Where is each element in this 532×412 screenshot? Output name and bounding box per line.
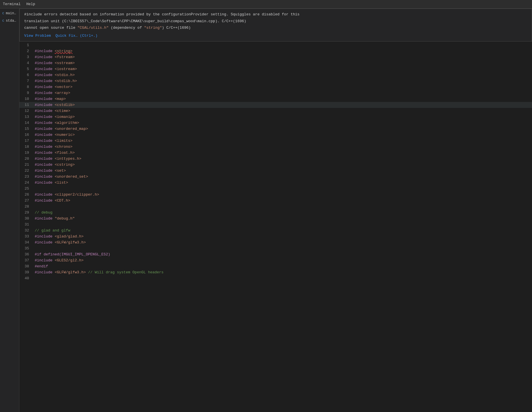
include-path-token: <cstdlib> [55, 103, 75, 107]
code-line-5: 5#include <iostream> [19, 66, 532, 72]
line-content-25 [34, 186, 532, 192]
line-content-31 [34, 222, 532, 227]
line-content-33: #include <glad/glad.h> [34, 233, 532, 239]
code-line-29: 29// debug [19, 210, 532, 216]
cpp-file-icon: C [2, 12, 4, 15]
line-content-12: #include <ctime> [34, 108, 532, 114]
quick-fix-link[interactable]: Quick Fix… (Ctrl+.) [56, 33, 98, 39]
code-line-39: 39#include <GLFW/glfw3.h> // Will drag s… [19, 269, 532, 275]
line-number-24: 24 [19, 180, 34, 186]
line-number-23: 23 [19, 174, 34, 180]
preprocessor-token: #include [35, 121, 52, 125]
sidebar-file-stdaf[interactable]: C stdaf... [0, 18, 19, 24]
include-path-token: <stdio.h> [55, 73, 75, 77]
code-line-32: 32// glad and glfw [19, 227, 532, 233]
error-file-path: "CGAL/utils.h" [77, 26, 108, 30]
line-number-10: 10 [19, 96, 34, 102]
code-editor[interactable]: 1 2#include <string>3#include <fstream>4… [19, 42, 532, 412]
line-number-15: 15 [19, 126, 34, 132]
error-tooltip-line1: #include errors detected based on inform… [24, 12, 527, 17]
sidebar: C main.c C stdaf... [0, 9, 19, 412]
line-content-20: #include <inttypes.h> [34, 156, 532, 162]
code-line-16: 16#include <numeric> [19, 132, 532, 138]
c-file-icon: C [2, 19, 4, 22]
include-path-token: <stdlib.h> [55, 79, 77, 83]
include-path-token: <map> [55, 97, 66, 101]
code-line-14: 14#include <algorithm> [19, 120, 532, 126]
line-number-27: 27 [19, 198, 34, 204]
preprocessor-token: #include [35, 175, 52, 179]
line-number-11: 11 [19, 102, 34, 108]
include-path-token: <float.h> [55, 151, 75, 155]
preprocessor-token: #include [35, 163, 52, 167]
line-content-32: // glad and glfw [34, 227, 532, 233]
sidebar-file-main-cpp[interactable]: C main.c [0, 10, 19, 17]
line-content-4: #include <sstream> [34, 60, 532, 66]
code-lines: 1 2#include <string>3#include <fstream>4… [19, 42, 532, 281]
line-number-40: 40 [19, 275, 34, 281]
line-content-39: #include <GLFW/glfw3.h> // Will drag sys… [34, 269, 532, 275]
include-path-token: <CDT.h> [55, 198, 70, 203]
code-line-36: 36#if defined(IMGUI_IMPL_OPENGL_ES2) [19, 251, 532, 257]
line-number-34: 34 [19, 239, 34, 245]
code-line-19: 19#include <float.h> [19, 150, 532, 156]
top-menubar: Terminal Help [0, 0, 532, 9]
code-line-31: 31 [19, 222, 532, 227]
line-number-31: 31 [19, 222, 34, 227]
line-number-7: 7 [19, 78, 34, 84]
code-line-2: 2#include <string> [19, 48, 532, 54]
line-number-22: 22 [19, 168, 34, 174]
preprocessor-token: #include [35, 103, 52, 107]
line-number-25: 25 [19, 186, 34, 192]
code-line-10: 10#include <map> [19, 96, 532, 102]
menu-help[interactable]: Help [26, 2, 35, 6]
line-content-2: #include <string> [34, 48, 532, 54]
preprocessor-token: #include [35, 133, 52, 137]
line-number-35: 35 [19, 245, 34, 251]
preprocessor-token: #include [35, 61, 52, 65]
preprocessor-token: #include [35, 91, 52, 95]
line-number-36: 36 [19, 251, 34, 257]
code-line-35: 35 [19, 245, 532, 251]
line-number-1: 1 [19, 42, 34, 48]
line-number-28: 28 [19, 204, 34, 210]
line-content-1 [34, 42, 532, 48]
include-path-token: <string> [55, 49, 72, 53]
include-path-token: <vector> [55, 85, 72, 89]
line-content-34: #include <GLFW/glfw3.h> [34, 239, 532, 245]
line-content-38: #endif [34, 263, 532, 269]
code-line-7: 7#include <stdlib.h> [19, 78, 532, 84]
code-line-8: 8#include <vector> [19, 84, 532, 90]
include-path-token: <chrono> [55, 145, 72, 149]
line-content-24: #include <list> [34, 180, 532, 186]
code-line-34: 34#include <GLFW/glfw3.h> [19, 239, 532, 245]
include-path-token: <inttypes.h> [55, 157, 81, 161]
preprocessor-token: #include [35, 145, 52, 149]
preprocessor-token: #include [35, 258, 52, 263]
error-dep-string: "string" [144, 26, 162, 30]
include-path-token: <iostream> [55, 67, 77, 71]
code-line-38: 38#endif [19, 263, 532, 269]
include-path-token: <unordered_set> [55, 175, 88, 179]
line-number-9: 9 [19, 90, 34, 96]
line-content-13: #include <iomanip> [34, 114, 532, 120]
line-number-8: 8 [19, 84, 34, 90]
line-number-20: 20 [19, 156, 34, 162]
include-path-token: <GLES2/gl2.h> [55, 258, 83, 263]
line-content-16: #include <numeric> [34, 132, 532, 138]
line-number-37: 37 [19, 257, 34, 263]
line-content-37: #include <GLES2/gl2.h> [34, 257, 532, 263]
preprocessor-token: #include [35, 73, 52, 77]
line-number-3: 3 [19, 54, 34, 60]
line-content-15: #include <unordered_map> [34, 126, 532, 132]
menu-terminal[interactable]: Terminal [3, 2, 20, 6]
line-content-29: // debug [34, 210, 532, 216]
include-path-token: <array> [55, 91, 70, 95]
code-line-24: 24#include <list> [19, 180, 532, 186]
view-problem-link[interactable]: View Problem [24, 33, 51, 39]
code-line-33: 33#include <glad/glad.h> [19, 233, 532, 239]
line-content-17: #include <limits> [34, 138, 532, 144]
include-path-token: <clipper2/clipper.h> [55, 192, 99, 197]
include-path-token: <set> [55, 169, 66, 173]
line-content-7: #include <stdlib.h> [34, 78, 532, 84]
